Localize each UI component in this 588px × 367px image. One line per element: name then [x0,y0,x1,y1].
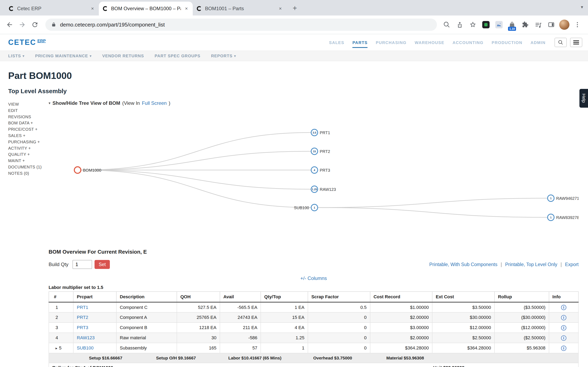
share-icon[interactable] [455,20,465,30]
side-item-maint[interactable]: MAINT + [8,158,42,164]
link-separator: | [501,262,502,267]
build-qty-input[interactable] [72,260,92,269]
info-icon[interactable]: i [561,346,566,351]
extension-icon-bag[interactable]: 1.10 [507,20,517,30]
header-search-button[interactable] [554,38,567,47]
tree-toggle-label[interactable]: Show/Hide Tree View of BOM [52,100,120,106]
reload-button[interactable] [29,19,40,30]
set-button[interactable]: Set [95,260,110,269]
prcpart-link[interactable]: PRT3 [77,325,88,330]
subnav-pricing-maintenance[interactable]: PRICING MAINTENANCE ▾ [35,54,92,58]
tab-overflow-chevron-icon[interactable]: ▾ [581,4,583,10]
prcpart-link[interactable]: RAW123 [77,335,95,340]
cetec-erp-logo[interactable]: CETEC ERP [8,38,46,47]
browser-menu-kebab-icon[interactable] [572,20,582,30]
scrap-factor-cell: 0 [308,343,370,353]
app-header: CETEC ERP SALES PARTS PURCHASING WAREHOU… [0,34,588,50]
subnav-label: LISTS [8,54,21,58]
subnav-vendor-returns[interactable]: VENDOR RETURNS [102,54,144,58]
address-bar[interactable]: demo.cetecerp.com/part/195/component_lis… [45,18,437,31]
expand-caret-icon[interactable]: ▸ [56,346,57,350]
tab-close-icon[interactable]: × [184,6,189,11]
tree-node-bom1000[interactable]: BOM1000 [74,167,101,173]
prcpart-link[interactable]: SUB100 [77,345,94,350]
tree-node-prt1[interactable]: 3.5 PRT1 [311,129,330,136]
side-item-activity[interactable]: ACTIVITY + [8,145,42,151]
prcpart-link[interactable]: PRT2 [77,315,88,320]
header-menu-button[interactable] [570,38,582,47]
side-item-notes[interactable]: NOTES (0) [8,170,42,176]
printable-top-level-link[interactable]: Printable, Top Level Only [505,262,557,267]
browser-tab-cetec-erp[interactable]: Cetec ERP × [5,2,99,16]
help-tab[interactable]: Help [579,89,588,108]
tree-node-raw9462711[interactable]: 1 RAW9462711 [548,195,579,201]
tree-node-prt3[interactable]: 4 PRT3 [311,167,330,173]
browser-toolbar: demo.cetecerp.com/part/195/component_lis… [0,16,588,34]
nav-item-production[interactable]: PRODUCTION [492,37,522,48]
link-separator: | [561,262,562,267]
export-link[interactable]: Export [565,262,579,267]
reading-list-icon[interactable] [533,20,543,30]
description-cell: Component C [116,302,177,312]
bookmark-star-icon[interactable] [468,20,478,30]
side-panel-icon[interactable] [546,20,556,30]
tab-close-icon[interactable]: × [278,6,283,11]
tree-node-prt2[interactable]: 15 PRT2 [311,148,330,155]
nav-item-admin[interactable]: ADMIN [530,37,545,48]
side-item-documents[interactable]: DOCUMENTS (1) [8,164,42,170]
subnav-reports[interactable]: REPORTS ▾ [211,54,236,58]
side-item-price-cost[interactable]: PRICE/COST + [8,126,42,133]
tree-node-sub100[interactable]: 1 SUB100 [294,204,318,211]
ext-cost-cell: $364.28000 [432,343,494,353]
printable-with-sub-link[interactable]: Printable, With Sub Components [429,262,498,267]
svg-text:3.5: 3.5 [312,131,316,134]
nav-item-purchasing[interactable]: PURCHASING [376,37,406,48]
profile-avatar[interactable] [559,20,569,30]
nav-item-accounting[interactable]: ACCOUNTING [452,37,484,48]
browser-tab-bom-overview[interactable]: BOM Overview – BOM1000 – Pa × [99,2,193,16]
info-icon[interactable]: i [561,335,566,341]
nav-item-sales[interactable]: SALES [329,37,344,48]
subnav-label: PRICING MAINTENANCE [35,54,88,58]
rollup-cell: $5.96308 [494,343,549,353]
forward-button[interactable] [17,19,28,30]
caret-down-icon[interactable]: ▾ [49,101,51,105]
info-icon[interactable]: i [561,315,566,320]
tree-node-raw8392785[interactable]: 1 RAW8392785 [548,214,579,221]
back-button[interactable] [4,19,15,30]
browser-tab-bom1001[interactable]: BOM1001 – Parts × [193,2,287,16]
side-item-edit[interactable]: EDIT [8,108,42,114]
side-item-purchasing[interactable]: PURCHASING + [8,139,42,145]
full-screen-link[interactable]: Full Screen [142,100,167,106]
qty-top-cell: 4 EA [261,323,308,333]
new-tab-button[interactable]: + [289,2,301,14]
side-item-view[interactable]: VIEW [8,101,42,108]
svg-text:PRT1: PRT1 [320,131,330,135]
extension-icon-1[interactable] [481,20,491,30]
svg-text:RAW123: RAW123 [320,187,336,192]
nav-item-warehouse[interactable]: WAREHOUSE [415,37,444,48]
col-rollup: Rollup [494,292,549,302]
info-icon[interactable]: i [561,325,566,331]
subnav-lists[interactable]: LISTS ▾ [8,54,25,58]
extensions-puzzle-icon[interactable] [520,20,530,30]
prcpart-link[interactable]: PRT1 [77,305,88,310]
side-item-revisions[interactable]: REVISIONS [8,114,42,120]
bom-main-area: ▾ Show/Hide Tree View of BOM (View In Fu… [49,100,579,367]
subnav-part-spec-groups[interactable]: PART SPEC GROUPS [155,54,200,58]
extension-icon-2[interactable] [494,20,504,30]
row-number: 2 [49,312,73,323]
columns-toggle-link[interactable]: +/- Columns [300,275,327,281]
col-qty-top: Qty/Top [261,292,308,302]
nav-item-parts[interactable]: PARTS [352,37,367,48]
tree-node-raw123[interactable]: 1.25 RAW123 [311,186,336,192]
tab-title: BOM1001 – Parts [205,6,275,11]
qty-top-cell: 1.25 [261,333,308,343]
info-icon[interactable]: i [561,305,566,310]
side-item-quality[interactable]: QUALITY + [8,151,42,158]
zoom-icon[interactable] [442,20,452,30]
view-in-text: (View In [122,100,140,106]
tab-close-icon[interactable]: × [90,6,95,11]
side-item-bom-data[interactable]: BOM DATA + [8,120,42,126]
side-item-sales[interactable]: SALES + [8,133,42,139]
